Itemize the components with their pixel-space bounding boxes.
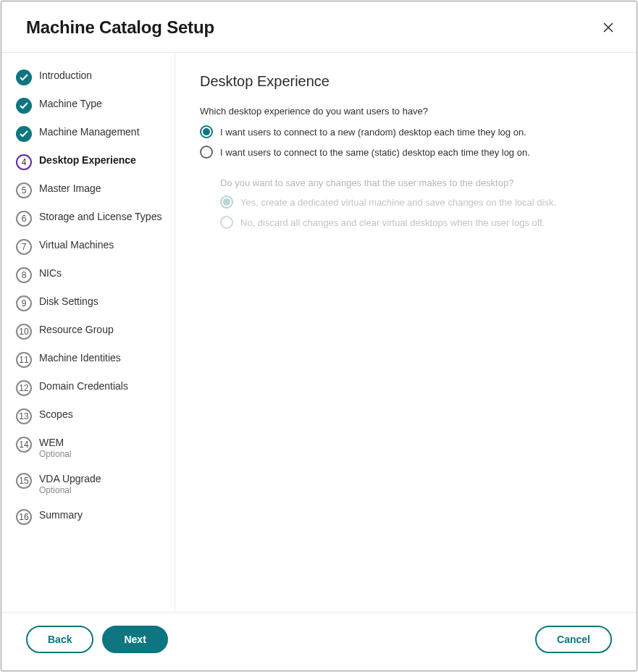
step-label: WEM (39, 436, 72, 449)
step-label: Desktop Experience (39, 154, 136, 167)
radio-icon (200, 125, 213, 138)
step-number-icon: 14 (16, 437, 32, 453)
step-label: NICs (39, 266, 62, 280)
step-sublabel: Optional (39, 485, 101, 497)
step-label: Resource Group (39, 323, 114, 336)
radio-random-desktop[interactable]: I want users to connect to a new (random… (200, 125, 612, 138)
cancel-button[interactable]: Cancel (535, 626, 612, 653)
step-number-icon: 6 (16, 211, 32, 227)
back-button[interactable]: Back (26, 626, 93, 653)
step-number-icon: 13 (16, 408, 32, 424)
step-label: Introduction (39, 69, 92, 82)
check-icon (16, 126, 32, 142)
step-label: Storage and License Types (39, 210, 161, 223)
step-label: Machine Identities (39, 351, 121, 364)
sidebar-step-domain-credentials[interactable]: 12 Domain Credentials (16, 379, 167, 396)
sidebar-step-machine-identities[interactable]: 11 Machine Identities (16, 351, 167, 368)
close-icon[interactable] (602, 21, 615, 34)
save-changes-section: Do you want to save any changes that the… (220, 177, 612, 229)
check-icon (16, 70, 32, 85)
step-label: Master Image (39, 182, 101, 195)
step-number-icon: 9 (16, 295, 32, 311)
footer-left: Back Next (26, 626, 168, 653)
step-label: Machine Management (39, 125, 140, 138)
radio-icon (220, 196, 233, 209)
sidebar-step-wem[interactable]: 14 WEM Optional (16, 436, 167, 461)
sidebar-step-machine-management[interactable]: Machine Management (16, 125, 167, 142)
step-number-icon: 12 (16, 380, 32, 396)
step-label: Virtual Machines (39, 238, 114, 251)
step-number-icon: 7 (16, 239, 32, 255)
sidebar-step-master-image[interactable]: 5 Master Image (16, 182, 167, 198)
step-label: Scopes (39, 408, 73, 421)
step-label: Disk Settings (39, 295, 98, 308)
sidebar-step-nics[interactable]: 8 NICs (16, 266, 167, 283)
wizard-sidebar: Introduction Machine Type Machine Manage… (1, 53, 175, 612)
desktop-experience-question: Which desktop experience do you want use… (200, 106, 612, 117)
dialog-header: Machine Catalog Setup (1, 1, 637, 53)
step-number-icon: 4 (16, 154, 32, 170)
step-label: Summary (39, 508, 83, 521)
radio-save-changes-yes: Yes, create a dedicated virtual machine … (220, 196, 612, 209)
next-button[interactable]: Next (102, 626, 167, 653)
sidebar-step-disk-settings[interactable]: 9 Disk Settings (16, 295, 167, 311)
dialog-body: Introduction Machine Type Machine Manage… (1, 53, 637, 612)
sidebar-step-resource-group[interactable]: 10 Resource Group (16, 323, 167, 340)
radio-save-changes-no: No, discard all changes and clear virtua… (220, 216, 612, 229)
radio-label: No, discard all changes and clear virtua… (240, 217, 545, 228)
radio-label: I want users to connect to the same (sta… (220, 147, 530, 158)
sidebar-step-desktop-experience[interactable]: 4 Desktop Experience (16, 154, 167, 170)
dialog-footer: Back Next Cancel (1, 612, 637, 671)
step-number-icon: 8 (16, 267, 32, 283)
radio-icon (220, 216, 233, 229)
step-number-icon: 10 (16, 324, 32, 340)
step-label: Domain Credentials (39, 379, 128, 392)
step-sublabel: Optional (39, 449, 72, 461)
sidebar-step-virtual-machines[interactable]: 7 Virtual Machines (16, 238, 167, 255)
radio-icon (200, 146, 213, 159)
sidebar-step-scopes[interactable]: 13 Scopes (16, 408, 167, 424)
sidebar-step-summary[interactable]: 16 Summary (16, 508, 167, 525)
radio-label: I want users to connect to a new (random… (220, 127, 526, 138)
page-title: Desktop Experience (200, 73, 612, 90)
step-number-icon: 16 (16, 509, 32, 525)
machine-catalog-setup-dialog: Machine Catalog Setup Introduction Machi… (1, 1, 637, 671)
step-label: VDA Upgrade (39, 472, 101, 485)
step-label: Machine Type (39, 97, 102, 110)
dialog-title: Machine Catalog Setup (26, 17, 214, 38)
sidebar-step-introduction[interactable]: Introduction (16, 69, 167, 85)
check-icon (16, 98, 32, 114)
radio-label: Yes, create a dedicated virtual machine … (240, 197, 556, 208)
sidebar-step-vda-upgrade[interactable]: 15 VDA Upgrade Optional (16, 472, 167, 497)
radio-static-desktop[interactable]: I want users to connect to the same (sta… (200, 146, 612, 159)
save-changes-question: Do you want to save any changes that the… (220, 177, 612, 188)
step-number-icon: 15 (16, 473, 32, 489)
sidebar-step-machine-type[interactable]: Machine Type (16, 97, 167, 114)
sidebar-step-storage-license[interactable]: 6 Storage and License Types (16, 210, 167, 227)
wizard-content: Desktop Experience Which desktop experie… (175, 53, 637, 612)
step-number-icon: 5 (16, 182, 32, 198)
step-number-icon: 11 (16, 352, 32, 368)
